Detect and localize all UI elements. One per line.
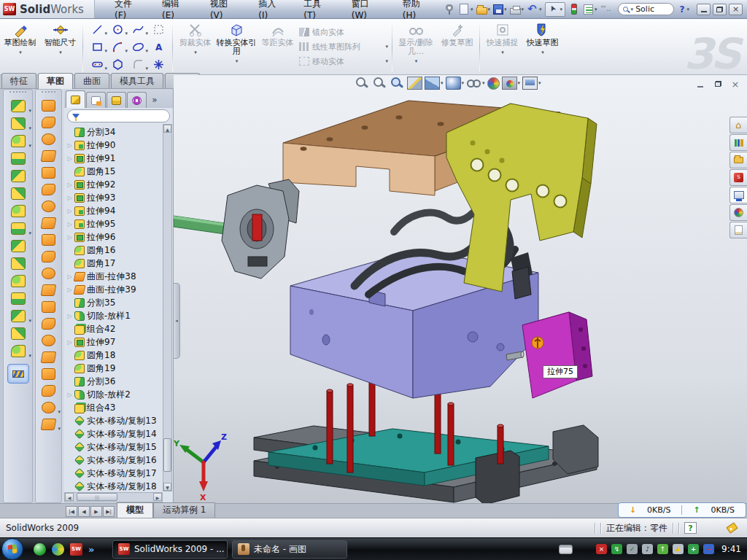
volume-tray-icon[interactable] xyxy=(642,544,653,554)
repair-sketch-button[interactable]: 修复草图 xyxy=(437,19,477,74)
shape-feature-button[interactable] xyxy=(36,382,61,399)
tree-tab-featuremanager[interactable] xyxy=(66,90,85,108)
defender-tray-icon[interactable] xyxy=(611,544,622,554)
spline-button[interactable]: ▾ xyxy=(128,20,148,38)
expand-arrow-icon[interactable]: ▷ xyxy=(66,142,74,149)
tree-item[interactable]: ▷曲面-拉伸39 xyxy=(66,283,162,296)
split-button[interactable] xyxy=(4,254,32,272)
solidworks-icon[interactable] xyxy=(70,543,82,556)
expand-arrow-icon[interactable]: ▷ xyxy=(66,273,74,280)
rectangle-button[interactable]: ▾ xyxy=(87,38,107,55)
tree-item[interactable]: 实体-移动/复制18 xyxy=(66,480,162,491)
swept-surface-button[interactable] xyxy=(36,97,61,114)
tree-item[interactable]: 圆角16 xyxy=(66,244,162,257)
taskpane-tab-view-palette[interactable] xyxy=(729,187,747,203)
expand-arrow-icon[interactable]: ▷ xyxy=(66,208,74,214)
tree-item[interactable]: ▷拉伸97 xyxy=(66,335,162,349)
extruded-cut-button[interactable] xyxy=(4,167,32,184)
tree-item[interactable]: 实体-移动/复制14 xyxy=(66,427,162,440)
tree-item[interactable]: 圆角17 xyxy=(66,257,162,270)
sketch-point-button[interactable] xyxy=(148,55,169,73)
sketch-text-button[interactable]: A xyxy=(148,38,169,55)
chevron-down-icon[interactable]: ▾ xyxy=(595,7,597,12)
fillet-surface-button[interactable] xyxy=(36,349,61,365)
traffic-light-button[interactable] xyxy=(568,2,580,17)
expand-arrow-icon[interactable]: ▷ xyxy=(66,155,74,162)
apply-scene-button[interactable]: ▾ xyxy=(502,77,521,90)
zoom-selection-button[interactable] xyxy=(390,77,405,90)
scroll-right-button[interactable]: ▶ xyxy=(153,493,162,501)
graphics-area[interactable]: Y Z X xyxy=(174,75,747,503)
knit-surface-button[interactable] xyxy=(36,164,61,181)
boss-extrude-button[interactable]: ▾ xyxy=(4,97,32,114)
chevron-down-icon[interactable]: ▾ xyxy=(488,7,491,12)
chevron-down-icon[interactable]: ▾ xyxy=(194,48,197,57)
tree-horizontal-scrollbar[interactable]: ◀ ||| ▶ xyxy=(64,492,163,502)
select-region-button[interactable] xyxy=(148,20,169,38)
keyboard-tray-icon[interactable] xyxy=(559,545,573,554)
taskpane-tab-file-explorer[interactable] xyxy=(729,169,747,186)
tree-item[interactable]: ▷拉伸90 xyxy=(66,139,162,152)
hide-show-items-button[interactable]: ▾ xyxy=(466,77,485,90)
new-document-button[interactable]: ▾ xyxy=(458,2,473,17)
convert-entities-button[interactable]: 转换实体引用 ▾ xyxy=(215,19,258,74)
expand-arrow-icon[interactable]: ▷ xyxy=(66,221,74,228)
tree-item[interactable]: ▷拉伸96 xyxy=(66,230,162,244)
boundary-surface-button[interactable] xyxy=(36,147,61,164)
chevron-down-icon[interactable]: ▾ xyxy=(462,80,465,86)
quick-snaps-button[interactable]: 快速捕捉 ▾ xyxy=(482,19,522,74)
trim-entities-button[interactable]: 剪裁实体 ▾ xyxy=(175,19,215,74)
chevron-down-icon[interactable]: ▾ xyxy=(28,108,31,114)
tree-item[interactable]: 分割36 xyxy=(66,375,162,388)
display-style-button[interactable]: ▾ xyxy=(446,77,465,90)
save-button[interactable]: ▾ xyxy=(493,2,507,17)
taskpane-tab-appearances[interactable] xyxy=(729,204,747,221)
circle-button[interactable]: ▾ xyxy=(107,20,128,38)
tree-item[interactable]: 圆角15 xyxy=(66,165,162,178)
expand-arrow-icon[interactable]: ▷ xyxy=(66,392,74,398)
chevron-down-icon[interactable]: ▾ xyxy=(58,426,61,432)
tree-item[interactable]: 实体-移动/复制17 xyxy=(66,467,162,480)
chamfer-button[interactable] xyxy=(4,149,32,167)
manifold-block-part[interactable] xyxy=(512,267,531,299)
doc-nav-button[interactable]: ▶| xyxy=(103,506,115,517)
scrollbar-thumb[interactable]: ||| xyxy=(77,493,117,501)
surface-curve-button[interactable]: ▾ xyxy=(36,416,61,432)
taskpane-tab-custom-properties[interactable] xyxy=(729,222,747,238)
updater-tray-icon[interactable] xyxy=(657,544,668,554)
chevron-down-icon[interactable]: ▾ xyxy=(504,7,507,12)
chevron-down-icon[interactable]: ▾ xyxy=(385,44,388,50)
tree-item[interactable]: ▷拉伸91 xyxy=(66,152,162,165)
scrollbar-thumb[interactable] xyxy=(163,438,171,472)
chevron-down-icon[interactable]: ▾ xyxy=(28,353,31,359)
toolbar-grip[interactable] xyxy=(42,91,55,96)
tree-item[interactable]: 组合42 xyxy=(66,322,162,335)
fillet-button[interactable]: ▾ xyxy=(4,132,32,149)
tree-item[interactable]: 分割35 xyxy=(66,296,162,309)
commands-button[interactable] xyxy=(600,2,612,17)
chevron-down-icon[interactable]: ▾ xyxy=(19,48,22,57)
smart-dimension-button[interactable]: 智能尺寸 ▾ xyxy=(40,19,80,74)
extend-surface-button[interactable] xyxy=(36,332,61,349)
zoom-fit-button[interactable] xyxy=(355,77,370,90)
chevron-down-icon[interactable]: ▾ xyxy=(518,80,521,86)
scroll-left-button[interactable]: ◀ xyxy=(65,493,74,501)
help-dropdown-icon[interactable]: ▾ xyxy=(686,7,689,12)
delete-face-button[interactable] xyxy=(36,265,61,281)
tree-item[interactable]: ▷拉伸94 xyxy=(66,204,162,217)
view-settings-button[interactable]: ▾ xyxy=(522,77,541,90)
panel-splitter-handle[interactable]: ◂ xyxy=(174,283,180,359)
tree-tab-propertymanager[interactable] xyxy=(86,92,106,108)
chevron-down-icon[interactable]: ▾ xyxy=(471,7,473,12)
shell-button[interactable] xyxy=(4,184,32,202)
taskpane-tab-design-library[interactable] xyxy=(729,152,747,168)
combine-button[interactable] xyxy=(4,272,32,289)
dome-button[interactable] xyxy=(36,365,61,382)
chevron-down-icon[interactable]: ▾ xyxy=(28,318,31,324)
tree-tab-configurationmanager[interactable] xyxy=(107,92,126,108)
chevron-down-icon[interactable]: ▾ xyxy=(522,7,525,12)
planar-surface-button[interactable] xyxy=(36,198,61,214)
offset-entities-button[interactable]: 等距实体 xyxy=(258,19,298,74)
scroll-down-button[interactable]: ▼ xyxy=(163,483,171,491)
linear-sketch-pattern-button[interactable]: 线性草图阵列 ▾ xyxy=(299,40,388,53)
